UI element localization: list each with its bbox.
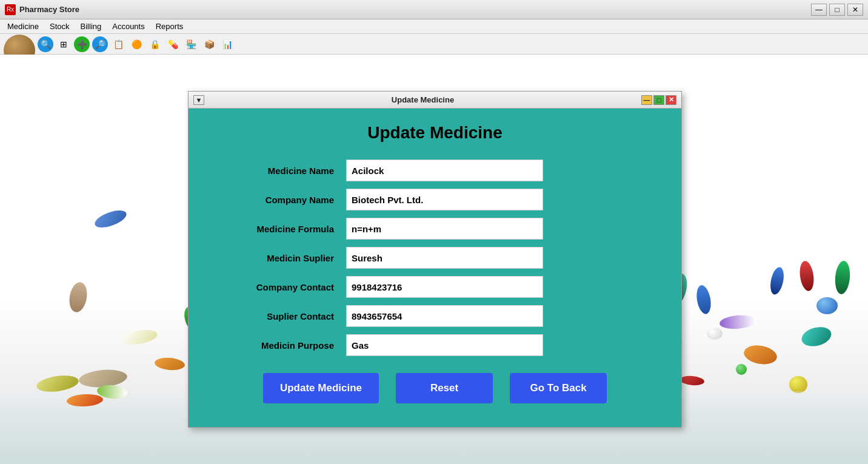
- pill-decoration: [800, 324, 833, 349]
- pill-decoration: [93, 207, 129, 230]
- company-name-label: Company Name: [213, 195, 334, 205]
- medicine-supplier-label: Medicin Suplier: [213, 253, 334, 263]
- pill-decoration: [816, 297, 838, 314]
- company-name-input[interactable]: [346, 189, 543, 210]
- toolbar-store-icon[interactable]: 🏪: [183, 36, 199, 52]
- supplier-contact-row: Suplier Contact: [213, 305, 657, 327]
- app-title: Pharmacy Store: [19, 5, 811, 14]
- menu-stock[interactable]: Stock: [45, 21, 75, 32]
- main-area: ▼ Update Medicine — □ ✕ Update Medicine …: [0, 55, 868, 464]
- pill-decoration: [154, 357, 185, 371]
- company-contact-label: Company Contact: [213, 282, 334, 292]
- medicine-name-row: Medicine Name: [213, 160, 657, 181]
- toolbar-grid-icon[interactable]: ⊞: [56, 36, 72, 52]
- medicine-name-input[interactable]: [346, 160, 543, 181]
- button-area: Update Medicine Reset Go To Back: [263, 373, 607, 403]
- toolbar: 🔍 ⊞ ➕ 🔎 📋 🟠 🔒 💊 🏪 📦 📊: [0, 34, 868, 55]
- menu-medicine[interactable]: Medicine: [2, 21, 44, 32]
- close-button[interactable]: ✕: [847, 4, 863, 16]
- window-controls: — □ ✕: [811, 4, 863, 16]
- dialog-ctrl-left[interactable]: ▼: [193, 95, 204, 105]
- toolbar-zoom-icon[interactable]: 🔎: [92, 36, 108, 52]
- pill-decoration: [679, 375, 704, 386]
- medicine-formula-label: Medicine Formula: [213, 224, 334, 234]
- dialog-body: Update Medicine Medicine Name Company Na…: [189, 109, 681, 427]
- company-contact-input[interactable]: [346, 276, 543, 298]
- dialog-title-controls: — □ ✕: [641, 95, 676, 105]
- form-area: Medicine Name Company Name Medicine Form…: [213, 160, 657, 356]
- dialog-heading: Update Medicine: [367, 123, 502, 143]
- dialog-minimize[interactable]: —: [641, 95, 652, 105]
- pill-decoration: [789, 376, 807, 393]
- update-medicine-button[interactable]: Update Medicine: [263, 373, 379, 403]
- pill-decoration: [743, 343, 778, 366]
- toolbar-lock-icon[interactable]: 🔒: [147, 36, 162, 52]
- toolbar-search-icon[interactable]: 🔍: [38, 36, 53, 52]
- pill-decoration: [67, 281, 89, 314]
- menu-bar: Medicine Stock Billing Accounts Reports: [0, 19, 868, 34]
- medicine-purpose-row: Medicin Purpose: [213, 334, 657, 356]
- medicine-name-label: Medicine Name: [213, 166, 334, 176]
- dialog-window: ▼ Update Medicine — □ ✕ Update Medicine …: [188, 91, 682, 428]
- minimize-button[interactable]: —: [811, 4, 827, 16]
- toolbar-box-icon[interactable]: 📦: [201, 36, 217, 52]
- title-bar: Rx Pharmacy Store — □ ✕: [0, 0, 868, 19]
- medicine-supplier-input[interactable]: [346, 247, 543, 269]
- menu-accounts[interactable]: Accounts: [107, 21, 149, 32]
- supplier-contact-label: Suplier Contact: [213, 311, 334, 321]
- company-contact-row: Company Contact: [213, 276, 657, 298]
- dialog-close[interactable]: ✕: [666, 95, 676, 105]
- toolbar-orange-icon[interactable]: 🟠: [129, 36, 144, 52]
- medicine-purpose-label: Medicin Purpose: [213, 340, 334, 351]
- pill-decoration: [719, 314, 756, 330]
- medicine-supplier-row: Medicin Suplier: [213, 247, 657, 269]
- company-name-row: Company Name: [213, 189, 657, 210]
- pill-decoration: [707, 328, 723, 340]
- medicine-formula-row: Medicine Formula: [213, 218, 657, 240]
- toolbar-chart-icon[interactable]: 📊: [219, 36, 235, 52]
- toolbar-pill-icon[interactable]: 💊: [165, 36, 181, 52]
- pill-decoration: [695, 284, 713, 315]
- menu-billing[interactable]: Billing: [76, 21, 107, 32]
- reset-button[interactable]: Reset: [396, 373, 493, 403]
- maximize-button[interactable]: □: [829, 4, 845, 16]
- pill-right: [798, 260, 816, 292]
- go-to-back-button[interactable]: Go To Back: [510, 373, 607, 403]
- toolbar-add-icon[interactable]: ➕: [74, 36, 90, 52]
- dialog-title-bar: ▼ Update Medicine — □ ✕: [189, 92, 681, 109]
- pill-decoration: [121, 328, 159, 347]
- pill-decoration: [736, 364, 747, 375]
- dialog-maximize[interactable]: □: [653, 95, 664, 105]
- medicine-formula-input[interactable]: [346, 218, 543, 240]
- pill-right: [834, 260, 852, 295]
- menu-reports[interactable]: Reports: [151, 21, 189, 32]
- supplier-contact-input[interactable]: [346, 305, 543, 327]
- pill-right: [768, 266, 786, 295]
- toolbar-list-icon[interactable]: 📋: [110, 36, 126, 52]
- app-icon: Rx: [5, 4, 16, 15]
- medicine-purpose-input[interactable]: [346, 334, 543, 356]
- dialog-title-text: Update Medicine: [204, 95, 641, 104]
